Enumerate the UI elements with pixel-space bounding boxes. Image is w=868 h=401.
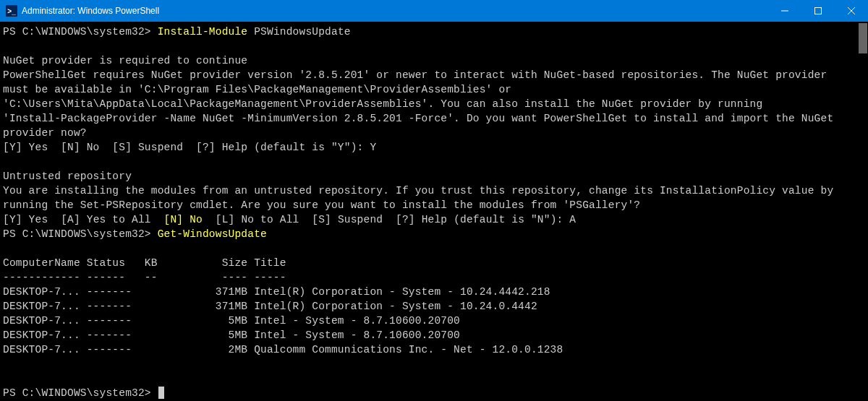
close-button[interactable] xyxy=(835,0,868,22)
blank-line xyxy=(3,39,865,53)
close-icon xyxy=(848,7,855,14)
untrusted-body: running the Set-PSRepository cmdlet. Are… xyxy=(3,198,865,212)
untrusted-options: [Y] Yes [A] Yes to All [N] No [L] No to … xyxy=(3,212,865,227)
table-row: DESKTOP-7... ------- 371MB Intel(R) Corp… xyxy=(3,285,865,299)
blank-line xyxy=(3,357,865,371)
scrollbar[interactable] xyxy=(858,22,868,401)
table-row: DESKTOP-7... ------- 5MB Intel - System … xyxy=(3,314,865,328)
nuget-heading: NuGet provider is required to continue xyxy=(3,53,865,68)
table-divider: ------------ ------ -- ---- ----- xyxy=(3,270,865,285)
cursor xyxy=(158,387,164,399)
table-row: DESKTOP-7... ------- 371MB Intel(R) Corp… xyxy=(3,299,865,314)
minimize-icon xyxy=(781,7,788,14)
terminal-area[interactable]: PS C:\WINDOWS\system32> Install-Module P… xyxy=(0,22,868,401)
nuget-body: 'Install-PackageProvider -Name NuGet -Mi… xyxy=(3,111,865,126)
blank-line xyxy=(3,241,865,256)
maximize-icon xyxy=(814,7,822,14)
table-header: ComputerName Status KB Size Title xyxy=(3,256,865,270)
blank-line xyxy=(3,371,865,386)
minimize-button[interactable] xyxy=(768,0,801,22)
prompt-line-1: PS C:\WINDOWS\system32> Install-Module P… xyxy=(3,25,865,39)
maximize-button[interactable] xyxy=(801,0,835,22)
nuget-body: provider now? xyxy=(3,126,865,140)
untrusted-heading: Untrusted repository xyxy=(3,169,865,184)
untrusted-body: You are installing the modules from an u… xyxy=(3,184,865,198)
svg-rect-1 xyxy=(815,8,822,14)
titlebar[interactable]: >_ Administrator: Windows PowerShell xyxy=(0,0,868,22)
table-row: DESKTOP-7... ------- 2MB Qualcomm Commun… xyxy=(3,342,865,357)
blank-line xyxy=(3,155,865,169)
scrollbar-thumb[interactable] xyxy=(859,23,867,53)
powershell-window: >_ Administrator: Windows PowerShell PS … xyxy=(0,0,868,401)
powershell-icon: >_ xyxy=(6,5,17,17)
nuget-body: 'C:\Users\Mita\AppData\Local\PackageMana… xyxy=(3,97,865,111)
nuget-options: [Y] Yes [N] No [S] Suspend [?] Help (def… xyxy=(3,140,865,155)
window-title: Administrator: Windows PowerShell xyxy=(22,6,159,16)
nuget-body: PowerShellGet requires NuGet provider ve… xyxy=(3,68,865,82)
nuget-body: must be available in 'C:\Program Files\P… xyxy=(3,82,865,97)
table-row: DESKTOP-7... ------- 5MB Intel - System … xyxy=(3,328,865,342)
prompt-line-3: PS C:\WINDOWS\system32> xyxy=(3,386,865,400)
prompt-line-2: PS C:\WINDOWS\system32> Get-WindowsUpdat… xyxy=(3,227,865,241)
